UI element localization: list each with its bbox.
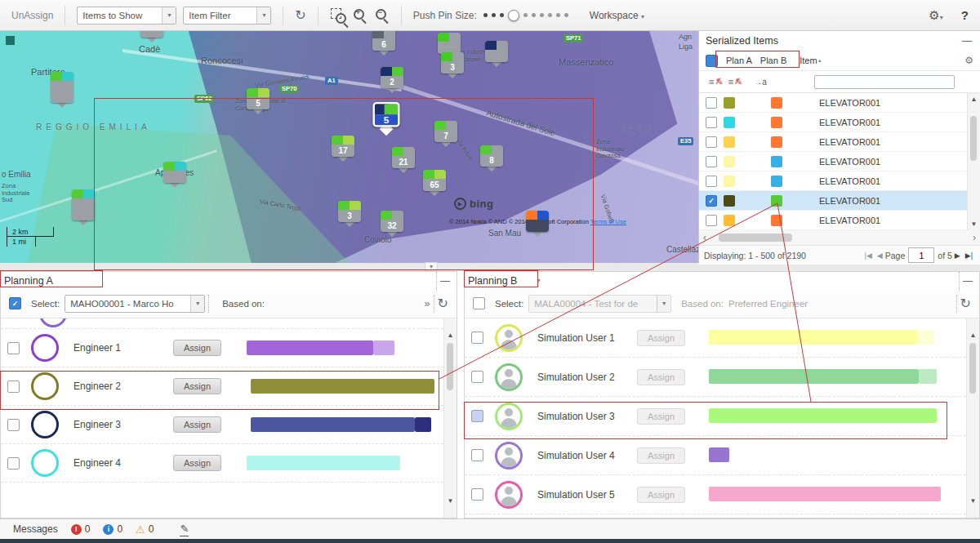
map-pin[interactable] bbox=[485, 41, 508, 69]
clear-filter-pencil-icon[interactable]: ✎ bbox=[715, 77, 723, 87]
filter-menu-icon[interactable]: ≡ bbox=[728, 77, 733, 87]
push-pin-size-dot[interactable] bbox=[540, 13, 544, 17]
map-pin-selected[interactable]: 5 bbox=[372, 102, 399, 135]
plan-active-checkbox[interactable] bbox=[9, 297, 21, 309]
vertical-scrollbar[interactable]: ▲ ▼ bbox=[967, 93, 980, 230]
row-checkbox[interactable] bbox=[7, 419, 20, 431]
push-pin-size-dot[interactable] bbox=[483, 13, 488, 17]
scrollbar-thumb[interactable] bbox=[970, 116, 977, 161]
map-pin[interactable] bbox=[163, 162, 186, 189]
scroll-down-icon[interactable]: ▼ bbox=[967, 497, 979, 505]
map-pin[interactable]: 2 bbox=[381, 67, 403, 95]
serialized-item-row[interactable]: ELEVATOR001 bbox=[699, 132, 980, 152]
push-pin-size-knob[interactable] bbox=[508, 10, 519, 21]
row-checkbox[interactable] bbox=[471, 371, 483, 383]
row-checkbox[interactable] bbox=[471, 488, 483, 501]
plan-select-dropdown[interactable]: MAHO00001 - Marco Ho ▼ bbox=[65, 295, 205, 313]
serialized-item-row[interactable]: ELEVATOR001 bbox=[699, 152, 980, 171]
map-pin[interactable] bbox=[51, 72, 74, 100]
next-page-button[interactable]: ▶ bbox=[955, 251, 960, 260]
terms-of-use-link[interactable]: Terms of Use bbox=[590, 218, 626, 225]
items-to-show-dropdown[interactable]: Items to Show ▼ bbox=[77, 7, 176, 24]
prev-page-button[interactable]: ◀ bbox=[877, 251, 883, 260]
scroll-up-icon[interactable]: ▲ bbox=[444, 332, 457, 339]
zoom-out-icon[interactable]: − bbox=[374, 7, 390, 23]
scroll-down-icon[interactable]: ▼ bbox=[444, 497, 457, 505]
rename-filter-icon[interactable]: →a bbox=[754, 78, 767, 87]
row-checkbox[interactable] bbox=[7, 342, 20, 354]
scroll-down-icon[interactable]: ▼ bbox=[968, 220, 980, 228]
scrollbar-thumb[interactable] bbox=[969, 343, 976, 394]
map-pin[interactable]: 3 bbox=[441, 52, 464, 80]
serialized-item-row[interactable]: ELEVATOR001 bbox=[699, 191, 980, 211]
minimize-icon[interactable]: — bbox=[440, 275, 450, 287]
workspace-menu[interactable]: Workspace ▾ bbox=[590, 10, 644, 21]
item-column-header[interactable]: Item▲ bbox=[800, 56, 822, 65]
push-pin-size-dot[interactable] bbox=[556, 13, 560, 17]
row-checkbox[interactable] bbox=[7, 457, 20, 470]
map-pin[interactable]: 65 bbox=[423, 170, 446, 198]
assign-button[interactable]: Assign bbox=[173, 455, 221, 471]
last-page-button[interactable]: ▶| bbox=[965, 251, 973, 260]
select-all-checkbox[interactable] bbox=[706, 55, 718, 67]
filter-menu-icon[interactable]: ≡ bbox=[709, 77, 714, 87]
scrollbar-track[interactable] bbox=[710, 234, 969, 242]
zoom-selection-icon[interactable] bbox=[330, 7, 345, 23]
scroll-right-icon[interactable]: › bbox=[969, 232, 980, 243]
minimize-icon[interactable]: — bbox=[963, 275, 973, 287]
first-page-button[interactable]: |◀ bbox=[865, 251, 872, 260]
zoom-in-icon[interactable]: + bbox=[352, 7, 368, 23]
scroll-up-icon[interactable]: ▲ bbox=[967, 332, 979, 339]
row-checkbox[interactable] bbox=[706, 215, 717, 226]
scroll-left-icon[interactable]: ‹ bbox=[699, 232, 710, 243]
map-pin[interactable]: 3 bbox=[338, 201, 361, 229]
map-pin[interactable]: 17 bbox=[332, 136, 354, 163]
item-filter-dropdown[interactable]: Item Filter ▼ bbox=[183, 7, 271, 24]
map-pin[interactable] bbox=[140, 31, 163, 44]
push-pin-size-dot[interactable] bbox=[523, 13, 528, 17]
serialized-item-row[interactable]: ELEVATOR001 bbox=[699, 211, 980, 230]
tab-plan-a[interactable]: Plan A bbox=[726, 56, 752, 65]
map-pin[interactable]: 32 bbox=[381, 211, 403, 238]
collapse-panel-icon[interactable]: ▾ bbox=[537, 277, 540, 284]
map-pin[interactable] bbox=[72, 189, 95, 217]
overflow-chevron[interactable]: » bbox=[424, 297, 430, 309]
row-checkbox[interactable] bbox=[706, 97, 717, 109]
serialized-item-row[interactable]: ELEVATOR001 bbox=[699, 93, 980, 113]
assign-button[interactable]: Assign bbox=[173, 340, 221, 356]
serialized-item-row[interactable]: ELEVATOR001 bbox=[699, 171, 980, 191]
plan-select-dropdown[interactable]: MALA00004 - Test for de ▼ bbox=[528, 295, 671, 313]
push-pin-size-dot[interactable] bbox=[492, 13, 496, 17]
scrollbar-thumb[interactable] bbox=[447, 343, 453, 390]
row-checkbox[interactable] bbox=[7, 381, 20, 393]
assign-button[interactable]: Assign bbox=[637, 408, 685, 425]
map-pin[interactable]: 8 bbox=[480, 145, 503, 173]
assign-button[interactable]: Assign bbox=[637, 447, 685, 464]
plan-active-checkbox[interactable] bbox=[473, 297, 485, 309]
refresh-icon[interactable]: ↻ bbox=[438, 296, 448, 311]
row-checkbox[interactable] bbox=[706, 195, 717, 207]
row-checkbox[interactable] bbox=[706, 117, 717, 128]
map-pin[interactable]: 21 bbox=[392, 147, 415, 175]
help-button[interactable]: ? bbox=[961, 8, 969, 22]
push-pin-size-dot[interactable] bbox=[500, 13, 504, 17]
map-pin[interactable]: 6 bbox=[372, 31, 395, 57]
row-checkbox[interactable] bbox=[471, 449, 483, 461]
collapse-map-icon[interactable]: ▾ bbox=[425, 262, 438, 271]
assign-button[interactable]: Assign bbox=[637, 487, 685, 503]
grid-settings-gear-icon[interactable]: ⚙ bbox=[964, 55, 973, 66]
warning-badge[interactable]: ⚠ 0 bbox=[136, 523, 154, 535]
clear-filter-pencil-icon[interactable]: ✎ bbox=[735, 77, 742, 87]
row-checkbox[interactable] bbox=[706, 156, 717, 167]
push-pin-size-dot[interactable] bbox=[548, 13, 552, 17]
page-number-input[interactable] bbox=[908, 247, 934, 263]
row-checkbox[interactable] bbox=[471, 332, 483, 344]
error-badge[interactable]: ! 0 bbox=[71, 523, 91, 535]
minimize-icon[interactable]: — bbox=[962, 35, 972, 47]
assign-button[interactable]: Assign bbox=[173, 416, 221, 433]
row-checkbox[interactable] bbox=[706, 136, 717, 148]
assign-button[interactable]: Assign bbox=[173, 378, 221, 394]
scrollbar-thumb[interactable] bbox=[719, 234, 792, 242]
settings-gear-icon[interactable]: ⚙▾ bbox=[929, 8, 942, 23]
map[interactable]: CadèRoncocesiPartitoreREGGIO EMILIAMasse… bbox=[0, 31, 698, 263]
